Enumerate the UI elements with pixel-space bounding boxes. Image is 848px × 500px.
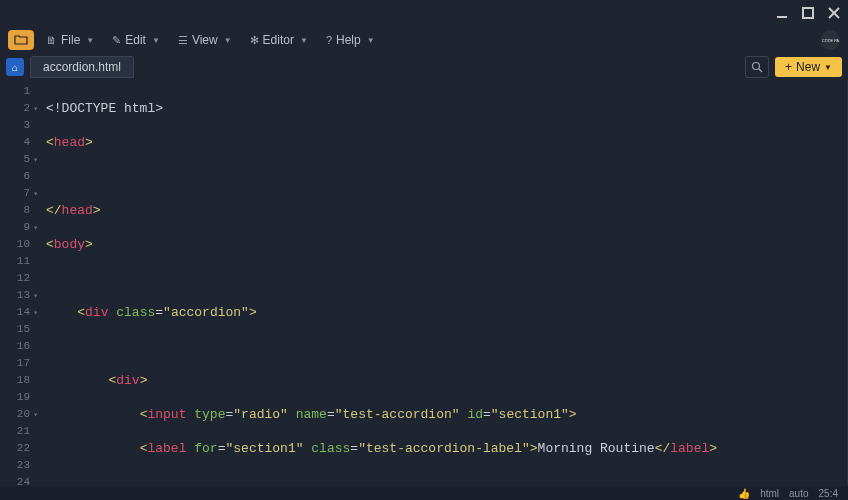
- main-toolbar: 🗎 File ▼ ✎ Edit ▼ ☰ View ▼ ✻ Editor ▼ ? …: [0, 26, 848, 54]
- pencil-icon: ✎: [112, 34, 121, 47]
- close-icon[interactable]: [828, 7, 840, 19]
- menu-help-label: Help: [336, 33, 361, 47]
- line-gutter: 1234 5678 9101112 13141516 17181920 2122…: [0, 80, 38, 486]
- code-editor[interactable]: 1234 5678 9101112 13141516 17181920 2122…: [0, 80, 848, 486]
- thumbs-up-icon[interactable]: 👍: [738, 488, 750, 499]
- status-cursor-position[interactable]: 25:4: [819, 488, 838, 499]
- menu-help[interactable]: ? Help ▼: [320, 31, 381, 49]
- maximize-icon[interactable]: [802, 7, 814, 19]
- svg-rect-1: [803, 8, 813, 18]
- svg-rect-0: [777, 16, 787, 18]
- chevron-down-icon: ▼: [824, 63, 832, 72]
- code-content[interactable]: <!DOCTYPE html> <head> </head> <body> <d…: [38, 80, 848, 486]
- menu-edit-label: Edit: [125, 33, 146, 47]
- menu-view[interactable]: ☰ View ▼: [172, 31, 238, 49]
- plus-icon: +: [785, 60, 792, 74]
- new-button-label: New: [796, 60, 820, 74]
- minimize-icon[interactable]: [776, 7, 788, 19]
- svg-point-4: [753, 63, 760, 70]
- tab-bar: ⌂ accordion.html + New ▼: [0, 54, 848, 80]
- tab-file[interactable]: accordion.html: [30, 56, 134, 78]
- search-button[interactable]: [745, 56, 769, 78]
- menu-editor[interactable]: ✻ Editor ▼: [244, 31, 314, 49]
- svg-line-5: [759, 69, 762, 72]
- file-icon: 🗎: [46, 34, 57, 46]
- menu-edit[interactable]: ✎ Edit ▼: [106, 31, 166, 49]
- status-mode[interactable]: auto: [789, 488, 808, 499]
- window-titlebar: [0, 0, 848, 26]
- menu-view-label: View: [192, 33, 218, 47]
- chevron-down-icon: ▼: [86, 36, 94, 45]
- menu-editor-label: Editor: [263, 33, 294, 47]
- new-button[interactable]: + New ▼: [775, 57, 842, 77]
- chevron-down-icon: ▼: [367, 36, 375, 45]
- chevron-down-icon: ▼: [300, 36, 308, 45]
- layers-icon: ☰: [178, 34, 188, 47]
- chevron-down-icon: ▼: [152, 36, 160, 45]
- status-language[interactable]: html: [760, 488, 779, 499]
- menu-file[interactable]: 🗎 File ▼: [40, 31, 100, 49]
- menu-file-label: File: [61, 33, 80, 47]
- status-bar: 👍 html auto 25:4: [0, 486, 848, 500]
- app-badge: CODE PA: [820, 30, 840, 50]
- gear-icon: ✻: [250, 34, 259, 47]
- html5-icon: ⌂: [6, 58, 24, 76]
- help-icon: ?: [326, 34, 332, 46]
- chevron-down-icon: ▼: [224, 36, 232, 45]
- open-folder-button[interactable]: [8, 30, 34, 50]
